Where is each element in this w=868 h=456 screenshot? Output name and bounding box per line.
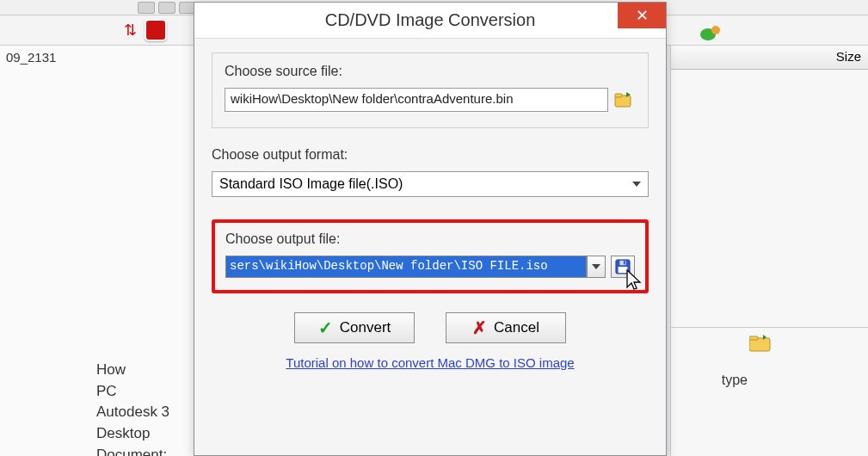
right-header-size[interactable]: Size (671, 46, 868, 70)
check-icon: ✓ (318, 317, 333, 338)
output-format-value: Standard ISO Image file(.ISO) (219, 176, 403, 192)
browse-output-button[interactable] (611, 256, 635, 278)
x-icon: ✗ (472, 317, 487, 338)
sidebar-tree: How PC Autodesk 3 Desktop Document: Down… (96, 360, 169, 456)
right-file-panel: Size type (670, 46, 868, 456)
sidebar-item[interactable]: How (96, 360, 169, 381)
close-icon: ✕ (636, 6, 649, 25)
nav-arrow-icon[interactable]: ⇅ (120, 21, 139, 40)
column-header-type[interactable]: type (722, 373, 748, 388)
output-file-section: Choose output file: sers\wikiHow\Desktop… (212, 219, 649, 293)
output-file-row: sers\wikiHow\Desktop\New folder\ISO FILE… (225, 256, 635, 278)
toolbar-glyph (158, 2, 175, 14)
close-button[interactable]: ✕ (618, 3, 666, 28)
sidebar-item[interactable]: Desktop (96, 423, 169, 445)
output-format-select[interactable]: Standard ISO Image file(.ISO) (212, 171, 649, 197)
output-path-dropdown-button[interactable] (587, 256, 606, 278)
dialog-button-row: ✓ Convert ✗ Cancel (212, 312, 649, 343)
output-format-section: Choose output format: Standard ISO Image… (212, 147, 649, 197)
svg-rect-9 (624, 261, 625, 265)
app-logo-icon (145, 19, 167, 41)
save-disk-icon (615, 259, 631, 274)
toolbar-glyph (138, 2, 155, 14)
browse-source-button[interactable] (613, 89, 636, 110)
panel-divider (671, 312, 868, 328)
cancel-button[interactable]: ✗ Cancel (446, 312, 566, 343)
svg-rect-7 (619, 267, 628, 273)
conversion-dialog: CD/DVD Image Conversion ✕ Choose source … (194, 2, 667, 456)
cancel-button-label: Cancel (494, 319, 539, 336)
folder-nav-icon[interactable] (749, 335, 773, 352)
dialog-title: CD/DVD Image Conversion (325, 10, 536, 30)
dialog-titlebar[interactable]: CD/DVD Image Conversion ✕ (194, 3, 666, 39)
convert-button-label: Convert (340, 319, 391, 336)
svg-rect-5 (615, 94, 622, 97)
folder-open-icon (614, 90, 635, 109)
sidebar-item[interactable]: PC (96, 381, 169, 403)
source-file-input[interactable]: wikiHow\Desktop\New folder\contraAdventu… (225, 88, 608, 112)
status-glyph-icon (699, 24, 722, 45)
source-file-label: Choose source file: (225, 64, 636, 79)
file-entry[interactable]: 09_2131 (0, 47, 197, 67)
chevron-down-icon (592, 264, 600, 269)
source-file-group: Choose source file: wikiHow\Desktop\New … (212, 52, 649, 128)
tutorial-link[interactable]: Tutorial on how to convert Mac DMG to IS… (286, 355, 574, 370)
chevron-down-icon (632, 182, 641, 187)
output-file-input[interactable]: sers\wikiHow\Desktop\New folder\ISO FILE… (225, 256, 587, 278)
left-file-panel: 09_2131 How PC Autodesk 3 Desktop Docume… (0, 46, 198, 456)
svg-rect-1 (749, 336, 758, 340)
svg-point-3 (711, 26, 720, 34)
tutorial-link-row: Tutorial on how to convert Mac DMG to IS… (212, 355, 649, 370)
convert-button[interactable]: ✓ Convert (294, 312, 415, 343)
source-path-row: wikiHow\Desktop\New folder\contraAdventu… (225, 88, 636, 112)
sidebar-item[interactable]: Document: (96, 445, 169, 456)
dialog-body: Choose source file: wikiHow\Desktop\New … (194, 39, 666, 379)
output-format-label: Choose output format: (212, 147, 649, 163)
sidebar-item[interactable]: Autodesk 3 (96, 402, 169, 423)
output-file-label: Choose output file: (225, 231, 635, 247)
